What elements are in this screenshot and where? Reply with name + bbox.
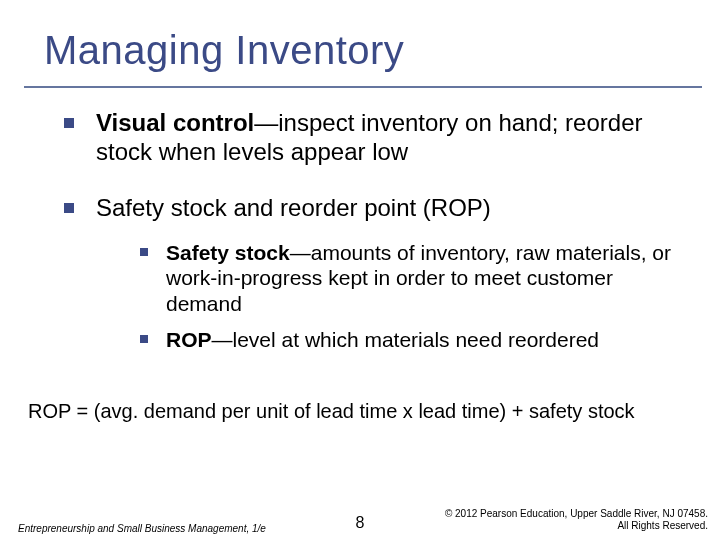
square-bullet-icon [140,248,148,256]
formula-text: ROP = (avg. demand per unit of lead time… [28,400,692,423]
square-bullet-icon [64,203,74,213]
bullet-safety-rop: Safety stock and reorder point (ROP) Saf… [56,193,690,353]
sub-bullet-strong: ROP [166,328,212,351]
sub-bullet-strong: Safety stock [166,241,290,264]
footer-page-number: 8 [356,514,365,532]
sub-bullet-rop: ROP—level at which materials need reorde… [132,327,690,353]
bullet-text: Safety stock and reorder point (ROP) [96,194,491,221]
square-bullet-icon [140,335,148,343]
sub-bullet-safety-stock: Safety stock—amounts of inventory, raw m… [132,240,690,317]
slide: Managing Inventory Visual control—inspec… [0,0,720,540]
bullet-visual-control: Visual control—inspect inventory on hand… [56,108,690,167]
sub-bullet-text: —level at which materials need reordered [212,328,600,351]
title-underline [24,86,702,88]
slide-body: Visual control—inspect inventory on hand… [56,108,690,378]
copyright-line-1: © 2012 Pearson Education, Upper Saddle R… [445,508,708,520]
copyright-line-2: All Rights Reserved. [445,520,708,532]
bullet-strong: Visual control [96,109,254,136]
slide-title: Managing Inventory [44,28,404,73]
footer-copyright: © 2012 Pearson Education, Upper Saddle R… [445,508,708,532]
sub-bullet-group: Safety stock—amounts of inventory, raw m… [132,240,690,352]
footer-book-title: Entrepreneurship and Small Business Mana… [18,523,266,535]
square-bullet-icon [64,118,74,128]
